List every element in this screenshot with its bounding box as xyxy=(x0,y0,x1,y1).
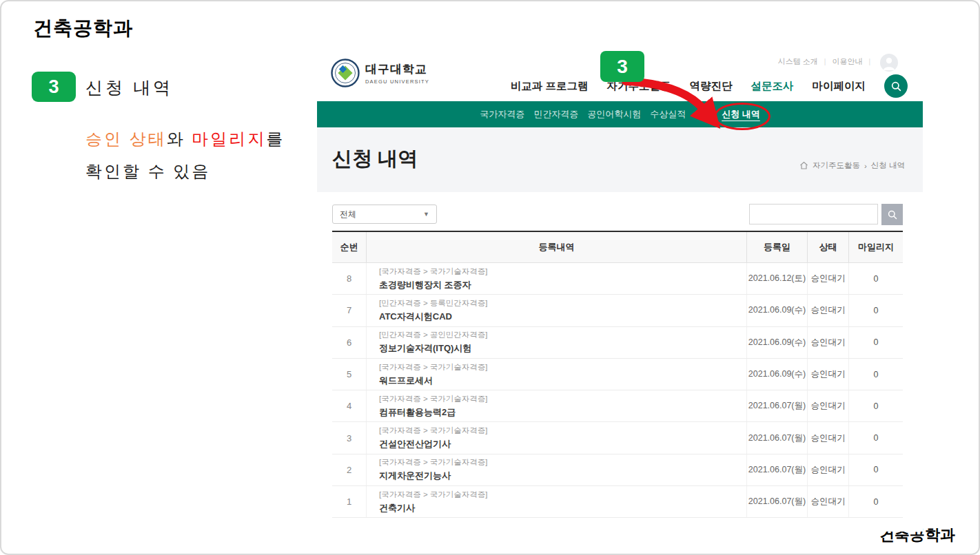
cell-category: [국가자격증 > 국가기술자격증] xyxy=(379,266,488,277)
page-title: 신청 내역 xyxy=(332,145,418,173)
table-row: 1 [국가자격증 > 국가기술자격증]건축기사 2021.06.07(월) 승인… xyxy=(332,486,903,518)
table-row: 7 [민간자격증 > 등록민간자격증]ATC자격시험CAD 2021.06.09… xyxy=(332,295,903,326)
cell-no: 4 xyxy=(332,390,367,421)
cell-status: 승인대기 xyxy=(808,422,849,453)
cell-category: [국가자격증 > 국가기술자격증] xyxy=(379,394,488,404)
logo-name-korean: 대구대학교 xyxy=(365,61,429,77)
nav-item-survey[interactable]: 설문조사 xyxy=(751,79,794,94)
cell-category: [민간자격증 > 등록민간자격증] xyxy=(379,298,488,308)
cell-status: 승인대기 xyxy=(808,327,849,358)
cell-mileage: 0 xyxy=(849,390,903,421)
table-row: 3 [국가자격증 > 국가기술자격증]건설안전산업기사 2021.06.07(월… xyxy=(332,422,903,454)
cell-mileage: 0 xyxy=(849,486,903,517)
utility-links: 시스템 소개 | 이용안내 | xyxy=(778,56,870,67)
logo-name-english: DAEGU UNIVERSITY xyxy=(365,78,429,85)
desc-mileage: 마일리지 xyxy=(192,129,266,148)
cell-name: 컴퓨터활용능력2급 xyxy=(379,406,456,419)
browser-screenshot: 대구대학교 DAEGU UNIVERSITY 시스템 소개 | 이용안내 | 비… xyxy=(317,50,923,532)
cell-category: [민간자격증 > 공인민간자격증] xyxy=(379,330,488,340)
search-icon xyxy=(891,81,901,92)
breadcrumb-separator: › xyxy=(864,162,867,170)
table-row: 8 [국가자격증 > 국가기술자격증]초경량비행장치 조종자 2021.06.1… xyxy=(332,263,903,295)
cell-detail: [국가자격증 > 국가기술자격증]지게차운전기능사 xyxy=(367,454,747,485)
table-search xyxy=(749,204,903,225)
column-header-date: 등록일 xyxy=(747,232,808,262)
table-row: 5 [국가자격증 > 국가기술자격증]워드프로세서 2021.06.09(수) … xyxy=(332,359,903,390)
cell-name: ATC자격시험CAD xyxy=(379,311,452,323)
cell-category: [국가자격증 > 국가기술자격증] xyxy=(379,426,488,436)
cell-detail: [국가자격증 > 국가기술자격증]컴퓨터활용능력2급 xyxy=(367,390,747,421)
cell-date: 2021.06.12(토) xyxy=(747,263,808,294)
cell-status: 승인대기 xyxy=(808,390,849,421)
cell-category: [국가자격증 > 국가기술자격증] xyxy=(379,457,488,468)
table-row: 4 [국가자격증 > 국가기술자격증]컴퓨터활용능력2급 2021.06.07(… xyxy=(332,390,903,422)
subnav-item-language-test[interactable]: 공인어학시험 xyxy=(587,108,641,121)
cell-mileage: 0 xyxy=(849,295,903,326)
subnav-item-private-cert[interactable]: 민간자격증 xyxy=(533,108,578,121)
step-number-badge: 3 xyxy=(32,72,76,102)
column-header-mileage: 마일리지 xyxy=(849,232,903,262)
cell-date: 2021.06.09(수) xyxy=(747,359,808,390)
home-icon[interactable] xyxy=(799,161,808,170)
header-search-button[interactable] xyxy=(884,74,908,98)
cell-date: 2021.06.09(수) xyxy=(747,327,808,358)
dropdown-selected-value: 전체 xyxy=(340,209,356,220)
search-input[interactable] xyxy=(749,204,878,224)
cell-date: 2021.06.07(월) xyxy=(747,422,808,453)
application-history-table: 순번 등록내역 등록일 상태 마일리지 8 [국가자격증 > 국가기술자격증]초… xyxy=(332,231,903,518)
cell-name: 건설안전산업기사 xyxy=(379,438,451,450)
chevron-down-icon: ▼ xyxy=(423,211,429,218)
cell-detail: [국가자격증 > 국가기술자격증]건설안전산업기사 xyxy=(367,422,747,453)
cell-no: 8 xyxy=(332,263,367,294)
breadcrumb-section[interactable]: 자기주도활동 xyxy=(813,160,860,171)
nav-item-extracurricular-programs[interactable]: 비교과 프로그램 xyxy=(511,79,589,94)
column-header-no: 순번 xyxy=(332,232,367,262)
nav-item-mypage[interactable]: 마이페이지 xyxy=(813,79,866,94)
cell-mileage: 0 xyxy=(849,327,903,358)
search-submit-button[interactable] xyxy=(881,204,903,225)
nav-item-competency-diagnosis[interactable]: 역량진단 xyxy=(690,79,733,94)
cell-name: 건축기사 xyxy=(379,502,415,514)
column-header-detail: 등록내역 xyxy=(367,232,747,262)
subnav-item-etc[interactable]: 기타 xyxy=(695,108,713,121)
cell-category: [국가자격증 > 국가기술자격증] xyxy=(379,490,488,500)
utility-link-guide[interactable]: 이용안내 xyxy=(832,56,862,67)
cell-category: [국가자격증 > 국가기술자격증] xyxy=(379,362,488,373)
cell-detail: [국가자격증 > 국가기술자격증]건축기사 xyxy=(367,486,747,517)
step-description-line2: 확인할 수 있음 xyxy=(85,160,210,182)
utility-separator: | xyxy=(824,58,826,65)
cell-mileage: 0 xyxy=(849,359,903,390)
cell-status: 승인대기 xyxy=(808,263,849,294)
user-avatar[interactable] xyxy=(880,54,898,72)
desc-approval-status: 승인 상태 xyxy=(85,129,167,148)
utility-link-system-intro[interactable]: 시스템 소개 xyxy=(778,56,818,67)
main-navigation: 비교과 프로그램 자기주도활동 역량진단 설문조사 마이페이지 xyxy=(511,74,908,98)
subnav-item-awards[interactable]: 수상실적 xyxy=(650,108,686,121)
cell-mileage: 0 xyxy=(849,422,903,453)
cell-mileage: 0 xyxy=(849,263,903,294)
cell-no: 1 xyxy=(332,486,367,517)
annotation-badge-number: 3 xyxy=(617,56,628,78)
page-title-band: 신청 내역 자기주도활동 › 신청 내역 xyxy=(317,127,923,192)
slide-title: 건축공학과 xyxy=(33,15,133,41)
cell-no: 5 xyxy=(332,359,367,390)
cell-name: 정보기술자격(ITQ)시험 xyxy=(379,342,471,355)
cell-no: 2 xyxy=(332,454,367,485)
step-number: 3 xyxy=(48,76,59,98)
cell-status: 승인대기 xyxy=(808,486,849,517)
cell-status: 승인대기 xyxy=(808,295,849,326)
cell-date: 2021.06.07(월) xyxy=(747,486,808,517)
cell-detail: [민간자격증 > 등록민간자격증]ATC자격시험CAD xyxy=(367,295,747,326)
category-filter-dropdown[interactable]: 전체 ▼ xyxy=(332,205,437,224)
university-logo-icon xyxy=(331,59,360,87)
cell-no: 3 xyxy=(332,422,367,453)
cell-date: 2021.06.07(월) xyxy=(747,454,808,485)
university-logo[interactable]: 대구대학교 DAEGU UNIVERSITY xyxy=(331,59,429,87)
search-icon xyxy=(888,210,897,220)
table-row: 6 [민간자격증 > 공인민간자격증]정보기술자격(ITQ)시험 2021.06… xyxy=(332,327,903,359)
cell-detail: [민간자격증 > 공인민간자격증]정보기술자격(ITQ)시험 xyxy=(367,327,747,358)
breadcrumb: 자기주도활동 › 신청 내역 xyxy=(799,160,905,171)
cell-name: 지게차운전기능사 xyxy=(379,470,451,482)
subnav-item-national-cert[interactable]: 국가자격증 xyxy=(480,108,524,121)
cell-mileage: 0 xyxy=(849,454,903,485)
